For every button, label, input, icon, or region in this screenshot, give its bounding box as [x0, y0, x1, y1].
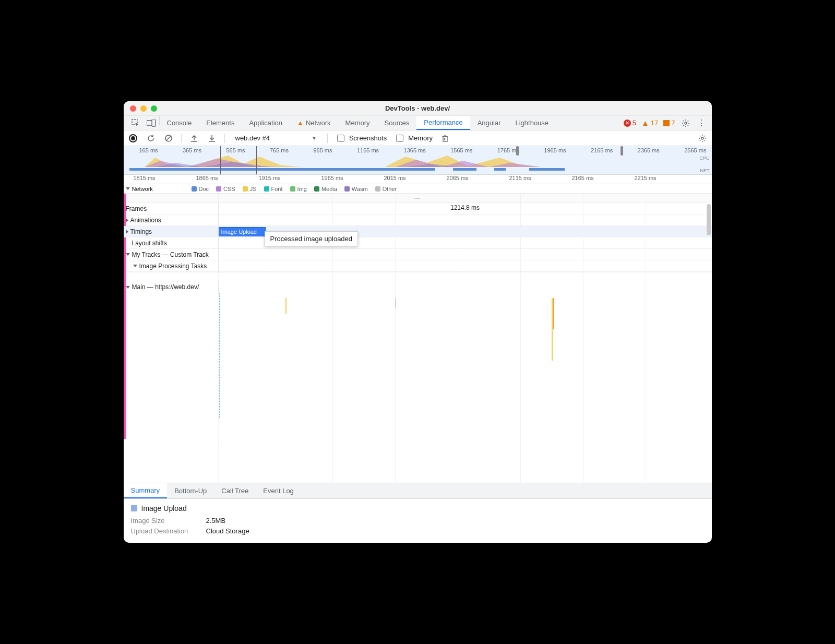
devtools-window: DevTools - web.dev/ ConsoleElementsAppli… — [124, 101, 712, 543]
clear-button[interactable] — [163, 133, 174, 144]
flame-chart[interactable]: ⋯ Frames 1214.8 ms Animations Timings Im… — [124, 194, 712, 483]
main-tab-strip: ConsoleElementsApplication▲NetworkMemory… — [124, 116, 712, 130]
tab-sources[interactable]: Sources — [377, 116, 417, 130]
window-title: DevTools - web.dev/ — [124, 104, 712, 112]
overview-handle-right[interactable] — [621, 146, 623, 156]
cpu-chart — [124, 153, 698, 167]
svg-rect-8 — [443, 137, 447, 141]
timing-event-image-upload[interactable]: Image Upload — [219, 227, 266, 236]
detail-ruler[interactable]: 1815 ms1865 ms1915 ms1965 ms2015 ms2065 … — [124, 175, 712, 184]
error-count[interactable]: ✕5 — [624, 119, 636, 127]
titlebar: DevTools - web.dev/ — [124, 101, 712, 116]
summary-panel: Image Upload Image Size2.5MBUpload Desti… — [124, 499, 712, 543]
net-rail — [124, 167, 712, 173]
overview-handle-left[interactable] — [516, 146, 519, 156]
reload-record-button[interactable] — [146, 133, 156, 144]
main-thread-row[interactable]: Main — https://web.dev/ — [124, 281, 712, 293]
vertical-scrollbar[interactable] — [707, 204, 711, 235]
memory-checkbox[interactable]: Memory — [394, 133, 433, 144]
legend-css: CSS — [216, 186, 235, 192]
legend-font: Font — [264, 186, 283, 192]
timing-tooltip: Processed image uploaded — [265, 231, 359, 246]
collect-garbage-icon[interactable] — [440, 133, 450, 144]
record-button[interactable] — [128, 133, 138, 144]
issues-count[interactable]: 7 — [663, 119, 675, 127]
tab-memory[interactable]: Memory — [338, 116, 377, 130]
tab-performance[interactable]: Performance — [416, 116, 470, 130]
upload-profile-icon[interactable] — [189, 133, 199, 144]
warning-count[interactable]: ▲17 — [641, 118, 658, 127]
cpu-label: CPU — [699, 156, 709, 161]
details-tab-call-tree[interactable]: Call Tree — [214, 483, 256, 498]
svg-line-5 — [166, 136, 171, 141]
legend-doc: Doc — [192, 186, 209, 192]
tab-elements[interactable]: Elements — [199, 116, 242, 130]
tab-network[interactable]: ▲Network — [290, 116, 338, 130]
profile-selector[interactable]: web.dev #4▼ — [232, 133, 320, 143]
summary-row: Upload DestinationCloud Storage — [131, 527, 705, 535]
legend-wasm: Wasm — [344, 186, 368, 192]
details-tab-event-log[interactable]: Event Log — [256, 483, 301, 498]
tab-angular[interactable]: Angular — [470, 116, 508, 130]
inspect-element-icon[interactable] — [128, 116, 144, 130]
frame-duration: 1214.8 ms — [450, 204, 480, 211]
svg-point-13 — [701, 137, 703, 139]
main-thread-lane[interactable] — [124, 293, 712, 483]
legend-js: JS — [243, 186, 257, 192]
screenshots-checkbox[interactable]: Screenshots — [335, 133, 387, 144]
animations-row[interactable]: Animations — [124, 214, 712, 226]
performance-toolbar: web.dev #4▼ Screenshots Memory — [124, 130, 712, 146]
details-tab-strip: SummaryBottom-UpCall TreeEvent Log — [124, 483, 712, 499]
svg-rect-2 — [152, 120, 156, 126]
frames-row[interactable]: Frames 1214.8 ms — [124, 203, 712, 214]
summary-color-swatch — [131, 505, 137, 511]
legend-media: Media — [314, 186, 337, 192]
network-section-label[interactable]: Network — [132, 186, 153, 192]
legend-img: Img — [290, 186, 307, 192]
tab-application[interactable]: Application — [242, 116, 290, 130]
legend-other: Other — [375, 186, 397, 192]
device-toolbar-icon[interactable] — [144, 116, 159, 130]
image-tasks-row[interactable]: Image Processing Tasks — [124, 260, 712, 272]
my-tracks-row[interactable]: My Tracks — Custom Track — [124, 249, 712, 260]
capture-settings-icon[interactable] — [697, 133, 708, 144]
more-icon[interactable]: ⋮ — [696, 118, 707, 128]
overview-timeline[interactable]: 165 ms365 ms565 ms765 ms965 ms1165 ms136… — [124, 146, 712, 175]
summary-title: Image Upload — [141, 504, 187, 512]
network-legend-row: Network DocCSSJSFontImgMediaWasmOther — [124, 184, 712, 194]
settings-icon[interactable] — [681, 118, 691, 128]
svg-point-3 — [685, 122, 687, 124]
tab-console[interactable]: Console — [160, 116, 199, 130]
tab-lighthouse[interactable]: Lighthouse — [508, 116, 556, 130]
download-profile-icon[interactable] — [207, 133, 217, 144]
details-tab-summary[interactable]: Summary — [124, 483, 168, 498]
layout-shifts-row[interactable]: Layout shifts — [124, 237, 712, 249]
details-tab-bottom-up[interactable]: Bottom-Up — [167, 483, 214, 498]
collapse-handle[interactable]: ⋯ — [124, 194, 712, 203]
summary-row: Image Size2.5MB — [131, 517, 705, 524]
timings-row[interactable]: Timings Image Upload — [124, 226, 712, 237]
